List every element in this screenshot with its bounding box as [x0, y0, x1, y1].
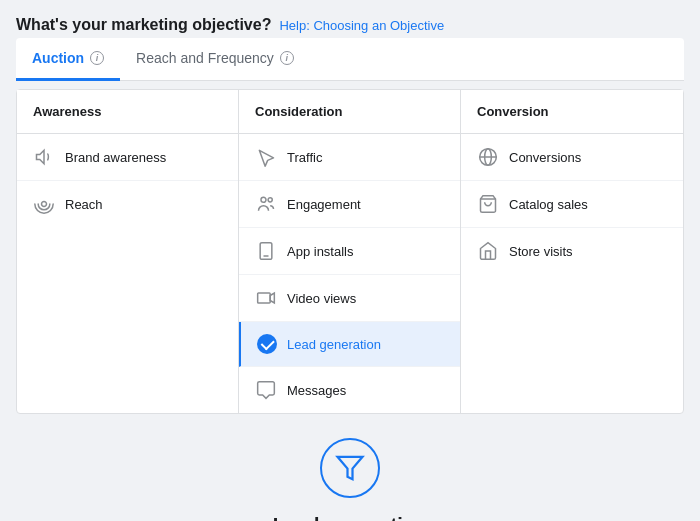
reach-frequency-info-icon[interactable]: i [280, 51, 294, 65]
messages-item[interactable]: Messages [239, 367, 460, 413]
conversions-label: Conversions [509, 150, 581, 165]
cursor-icon [255, 146, 277, 168]
reach-item[interactable]: Reach [17, 181, 238, 227]
check-icon [257, 334, 277, 354]
video-views-label: Video views [287, 291, 356, 306]
people-icon [255, 193, 277, 215]
traffic-label: Traffic [287, 150, 322, 165]
page-question: What's your marketing objective? Help: C… [16, 16, 684, 34]
store-visits-label: Store visits [509, 244, 573, 259]
app-icon [255, 240, 277, 262]
page-wrapper: What's your marketing objective? Help: C… [0, 0, 700, 521]
svg-rect-3 [260, 243, 272, 260]
svg-marker-10 [338, 457, 363, 480]
engagement-label: Engagement [287, 197, 361, 212]
megaphone-icon [33, 146, 55, 168]
reach-icon [33, 193, 55, 215]
conversion-column: Conversion Conversions [461, 90, 683, 413]
svg-point-2 [268, 198, 272, 202]
main-card: Awareness Brand awareness [16, 89, 684, 414]
globe-icon [477, 146, 499, 168]
conversion-header: Conversion [461, 90, 683, 134]
help-link[interactable]: Help: Choosing an Objective [279, 18, 444, 33]
store-visits-item[interactable]: Store visits [461, 228, 683, 274]
video-views-item[interactable]: Video views [239, 275, 460, 322]
store-icon [477, 240, 499, 262]
awareness-column: Awareness Brand awareness [17, 90, 239, 413]
desc-icon-circle [320, 438, 380, 498]
tabs-bar: Auction i Reach and Frequency i [16, 38, 684, 81]
question-text: What's your marketing objective? [16, 16, 271, 34]
tab-reach-frequency[interactable]: Reach and Frequency i [120, 38, 310, 81]
app-installs-label: App installs [287, 244, 353, 259]
messages-label: Messages [287, 383, 346, 398]
traffic-item[interactable]: Traffic [239, 134, 460, 181]
video-icon [255, 287, 277, 309]
svg-point-1 [261, 197, 266, 202]
engagement-item[interactable]: Engagement [239, 181, 460, 228]
consideration-header: Consideration [239, 90, 460, 134]
objectives-grid: Awareness Brand awareness [17, 90, 683, 413]
cart-icon [477, 193, 499, 215]
lead-generation-item[interactable]: Lead generation [239, 322, 460, 367]
reach-label: Reach [65, 197, 103, 212]
funnel-icon [335, 453, 365, 483]
conversions-item[interactable]: Conversions [461, 134, 683, 181]
catalog-sales-item[interactable]: Catalog sales [461, 181, 683, 228]
message-icon [255, 379, 277, 401]
svg-rect-5 [258, 293, 271, 303]
lead-generation-label: Lead generation [287, 337, 381, 352]
awareness-header: Awareness [17, 90, 238, 134]
description-title: Lead generation [56, 514, 644, 521]
catalog-sales-label: Catalog sales [509, 197, 588, 212]
svg-point-0 [42, 202, 47, 207]
app-installs-item[interactable]: App installs [239, 228, 460, 275]
auction-info-icon[interactable]: i [90, 51, 104, 65]
brand-awareness-label: Brand awareness [65, 150, 166, 165]
description-section: Lead generation Collect lead information… [16, 414, 684, 521]
brand-awareness-item[interactable]: Brand awareness [17, 134, 238, 181]
tab-auction[interactable]: Auction i [16, 38, 120, 81]
consideration-column: Consideration Traffic [239, 90, 461, 413]
